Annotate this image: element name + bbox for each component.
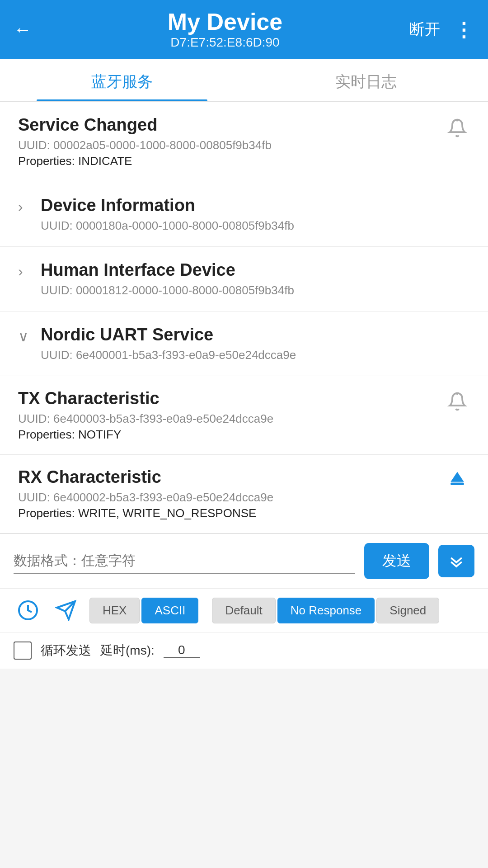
nordic-uart-header: ∨ Nordic UART Service UUID: 6e400001-b5a… (18, 325, 470, 362)
history-button[interactable] (14, 596, 42, 625)
nordic-uart-uuid: UUID: 6e400001-b5a3-f393-e0a9-e50e24dcca… (41, 348, 296, 362)
device-information-expand-icon: › (18, 198, 32, 215)
data-input-area: 发送 (0, 533, 488, 588)
loop-send-label: 循环发送 (41, 642, 91, 659)
header-actions: 断开 ⋮ (409, 18, 474, 41)
characteristic-item-rx: RX Characteristic UUID: 6e400002-b5a3-f3… (0, 455, 488, 533)
service-list: Service Changed UUID: 00002a05-0000-1000… (0, 102, 488, 533)
device-information-left: › Device Information UUID: 0000180a-0000… (18, 196, 470, 233)
loop-send-row: 循环发送 延时(ms): (0, 632, 488, 669)
service-changed-info: Service Changed UUID: 00002a05-0000-1000… (18, 115, 272, 168)
service-changed-header: Service Changed UUID: 00002a05-0000-1000… (18, 115, 470, 168)
service-changed-name: Service Changed (18, 115, 272, 135)
send-log-button[interactable] (52, 596, 80, 625)
tx-header: TX Characteristic UUID: 6e400003-b5a3-f3… (18, 389, 470, 442)
format-ascii-button[interactable]: ASCII (141, 598, 198, 623)
tx-properties: Properties: NOTIFY (18, 428, 273, 442)
response-signed-button[interactable]: Signed (376, 598, 439, 623)
loop-delay-label: 延时(ms): (100, 642, 155, 659)
response-default-button[interactable]: Default (212, 598, 275, 623)
hid-header: › Human Interface Device UUID: 00001812-… (18, 260, 470, 297)
hid-info: Human Interface Device UUID: 00001812-00… (41, 260, 294, 297)
nordic-uart-name: Nordic UART Service (41, 325, 296, 344)
app-header: ← My Device D7:E7:52:E8:6D:90 断开 ⋮ (0, 0, 488, 59)
more-options-button[interactable]: ⋮ (454, 18, 474, 41)
svg-marker-2 (450, 472, 464, 482)
disconnect-button[interactable]: 断开 (409, 19, 440, 40)
service-changed-properties: Properties: INDICATE (18, 154, 272, 168)
loop-delay-input[interactable] (164, 643, 200, 658)
header-title-block: My Device D7:E7:52:E8:6D:90 (41, 9, 409, 49)
device-name: My Device (41, 9, 409, 35)
response-noresponse-button[interactable]: No Response (277, 598, 375, 623)
rx-header: RX Characteristic UUID: 6e400002-b5a3-f3… (18, 467, 470, 520)
device-information-info: Device Information UUID: 0000180a-0000-1… (41, 196, 294, 233)
response-group: Default No Response Signed (212, 598, 439, 623)
format-hex-button[interactable]: HEX (89, 598, 140, 623)
rx-info: RX Characteristic UUID: 6e400002-b5a3-f3… (18, 467, 273, 520)
rx-uuid: UUID: 6e400002-b5a3-f393-e0a9-e50e24dcca… (18, 491, 273, 505)
service-item-nordic-uart[interactable]: ∨ Nordic UART Service UUID: 6e400001-b5a… (0, 311, 488, 376)
tab-bluetooth-services[interactable]: 蓝牙服务 (0, 59, 244, 101)
nordic-uart-info: Nordic UART Service UUID: 6e400001-b5a3-… (41, 325, 296, 362)
device-address: D7:E7:52:E8:6D:90 (41, 35, 409, 50)
tx-info: TX Characteristic UUID: 6e400003-b5a3-f3… (18, 389, 273, 442)
hid-uuid: UUID: 00001812-0000-1000-8000-00805f9b34… (41, 283, 294, 297)
service-changed-notify-button[interactable] (445, 115, 470, 141)
format-group: HEX ASCII (89, 598, 198, 623)
svg-rect-3 (450, 483, 464, 486)
rx-properties: Properties: WRITE, WRITE_NO_RESPONSE (18, 506, 273, 520)
tx-name: TX Characteristic (18, 389, 273, 408)
device-information-name: Device Information (41, 196, 294, 215)
service-changed-uuid: UUID: 00002a05-0000-1000-8000-00805f9b34… (18, 138, 272, 152)
back-button[interactable]: ← (14, 19, 32, 40)
data-input-field[interactable] (14, 548, 355, 574)
nordic-uart-expand-icon: ∨ (18, 328, 32, 345)
service-item-hid[interactable]: › Human Interface Device UUID: 00001812-… (0, 247, 488, 311)
device-information-uuid: UUID: 0000180a-0000-1000-8000-00805f9b34… (41, 219, 294, 233)
characteristic-item-tx: TX Characteristic UUID: 6e400003-b5a3-f3… (0, 376, 488, 455)
send-button[interactable]: 发送 (364, 543, 429, 579)
tx-uuid: UUID: 6e400003-b5a3-f393-e0a9-e50e24dcca… (18, 412, 273, 426)
rx-write-button[interactable] (445, 467, 470, 493)
hid-left: › Human Interface Device UUID: 00001812-… (18, 260, 470, 297)
expand-input-button[interactable] (438, 545, 474, 577)
loop-send-checkbox[interactable] (14, 642, 32, 660)
rx-name: RX Characteristic (18, 467, 273, 487)
toolbar-row: HEX ASCII Default No Response Signed (0, 588, 488, 632)
tx-notify-button[interactable] (445, 389, 470, 414)
hid-expand-icon: › (18, 263, 32, 280)
tab-realtime-log[interactable]: 实时日志 (244, 59, 488, 101)
tab-bar: 蓝牙服务 实时日志 (0, 59, 488, 102)
hid-name: Human Interface Device (41, 260, 294, 280)
service-item-changed: Service Changed UUID: 00002a05-0000-1000… (0, 102, 488, 182)
service-item-device-information[interactable]: › Device Information UUID: 0000180a-0000… (0, 182, 488, 247)
nordic-uart-left: ∨ Nordic UART Service UUID: 6e400001-b5a… (18, 325, 470, 362)
device-information-header: › Device Information UUID: 0000180a-0000… (18, 196, 470, 233)
